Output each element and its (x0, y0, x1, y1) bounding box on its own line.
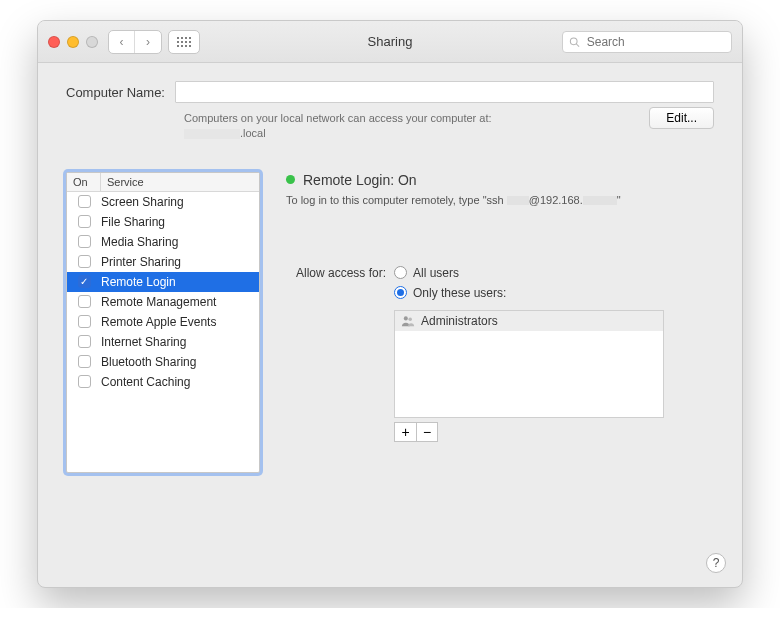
service-label: Remote Management (101, 295, 216, 309)
user-list[interactable]: Administrators (394, 310, 664, 418)
service-checkbox[interactable] (78, 235, 91, 248)
service-checkbox[interactable] (78, 315, 91, 328)
close-icon[interactable] (48, 36, 60, 48)
col-on: On (67, 173, 101, 191)
service-row[interactable]: Internet Sharing (67, 332, 259, 352)
computer-name-label: Computer Name: (66, 85, 165, 100)
service-label: Internet Sharing (101, 335, 186, 349)
service-checkbox[interactable] (78, 355, 91, 368)
status-title: Remote Login: On (303, 172, 417, 188)
service-label: Bluetooth Sharing (101, 355, 196, 369)
service-row[interactable]: Printer Sharing (67, 252, 259, 272)
service-label: Remote Apple Events (101, 315, 216, 329)
edit-button[interactable]: Edit... (649, 107, 714, 129)
detail-pane: Remote Login: On To log in to this compu… (286, 172, 714, 442)
window-controls (48, 36, 98, 48)
preferences-window: ‹ › Sharing Computer Name: Computers on … (37, 20, 743, 588)
service-row[interactable]: Content Caching (67, 372, 259, 392)
access-label: Allow access for: (286, 266, 386, 280)
user-name: Administrators (421, 314, 498, 328)
service-row[interactable]: Remote Management (67, 292, 259, 312)
service-row[interactable]: Remote Login (67, 272, 259, 292)
service-checkbox[interactable] (78, 195, 91, 208)
service-checkbox[interactable] (78, 295, 91, 308)
grid-icon (177, 37, 191, 47)
service-row[interactable]: Media Sharing (67, 232, 259, 252)
search-field[interactable] (562, 31, 732, 53)
status-dot-icon (286, 175, 295, 184)
forward-icon[interactable]: › (135, 31, 161, 53)
service-label: Printer Sharing (101, 255, 181, 269)
service-checkbox[interactable] (78, 255, 91, 268)
services-header: On Service (67, 173, 259, 192)
service-row[interactable]: Remote Apple Events (67, 312, 259, 332)
service-row[interactable]: Bluetooth Sharing (67, 352, 259, 372)
ssh-instruction: To log in to this computer remotely, typ… (286, 194, 714, 206)
service-checkbox[interactable] (78, 215, 91, 228)
network-hint: Computers on your local network can acce… (184, 111, 492, 142)
col-service: Service (101, 173, 259, 191)
nav-back-forward[interactable]: ‹ › (108, 30, 162, 54)
service-label: Screen Sharing (101, 195, 184, 209)
svg-point-2 (404, 316, 408, 320)
back-icon[interactable]: ‹ (109, 31, 135, 53)
svg-line-1 (576, 44, 579, 47)
svg-point-3 (408, 317, 412, 321)
help-button[interactable]: ? (706, 553, 726, 573)
service-row[interactable]: File Sharing (67, 212, 259, 232)
radio-all-users[interactable]: All users (394, 266, 506, 280)
service-label: Remote Login (101, 275, 176, 289)
radio-only-these[interactable]: Only these users: (394, 286, 506, 300)
service-label: File Sharing (101, 215, 165, 229)
services-table[interactable]: On Service Screen SharingFile SharingMed… (66, 172, 260, 473)
redacted-ip (583, 196, 617, 205)
service-checkbox[interactable] (78, 375, 91, 388)
service-row[interactable]: Screen Sharing (67, 192, 259, 212)
redacted-user (507, 196, 529, 205)
show-all-button[interactable] (168, 30, 200, 54)
users-icon (401, 314, 415, 328)
minimize-icon[interactable] (67, 36, 79, 48)
search-icon (569, 36, 580, 48)
redacted-hostname (184, 129, 240, 139)
service-label: Media Sharing (101, 235, 178, 249)
remove-user-button[interactable]: − (416, 422, 438, 442)
titlebar: ‹ › Sharing (38, 21, 742, 63)
svg-point-0 (570, 37, 577, 44)
service-label: Content Caching (101, 375, 190, 389)
search-input[interactable] (585, 34, 725, 50)
computer-name-input[interactable] (175, 81, 714, 103)
service-checkbox[interactable] (78, 335, 91, 348)
user-row[interactable]: Administrators (395, 311, 663, 331)
add-user-button[interactable]: + (394, 422, 416, 442)
maximize-icon[interactable] (86, 36, 98, 48)
service-checkbox[interactable] (78, 275, 91, 288)
